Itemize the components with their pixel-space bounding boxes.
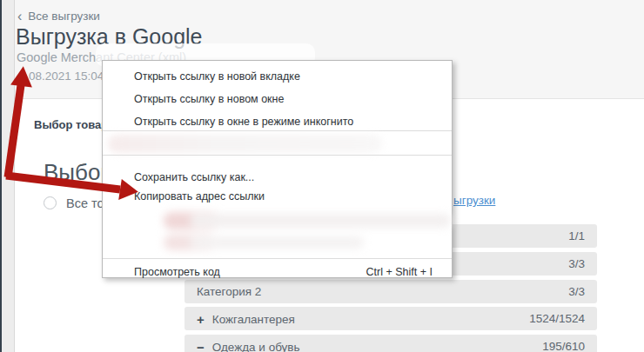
collapse-minus-icon[interactable]: − [197,340,205,352]
menu-item-open-incognito[interactable]: Открыть ссылку в окне в режиме инкогнито [134,116,353,128]
collapsed-sidebar-strip [2,0,15,352]
menu-shortcut-label: Ctrl + Shift + I [366,266,433,278]
menu-item-copy-link-address[interactable]: Копировать адрес ссылки [134,190,265,203]
context-menu: Открыть ссылку в новой вкладке Открыть с… [102,60,453,278]
table-row[interactable]: −Одежда и обувь 195/610 [184,335,597,352]
breadcrumb-label: Все выгрузки [28,10,100,23]
row-count: 3/3 [568,257,585,270]
row-count: 1524/1524 [529,312,585,325]
feed-url-link[interactable]: ыгрузки [453,194,495,207]
redacted-blob [190,214,451,228]
back-chevron-icon: ‹ [17,9,22,23]
row-count: 195/610 [542,340,585,352]
table-row[interactable]: +Кожгалантерея 1524/1524 [184,307,597,330]
redacted-menu-item[interactable] [108,135,382,153]
radio-button-icon[interactable] [44,196,57,209]
menu-item-open-new-tab[interactable]: Открыть ссылку в новой вкладке [134,70,300,83]
row-count: 3/3 [568,285,585,298]
breadcrumb-back-link[interactable]: ‹Все выгрузки [17,9,100,24]
expand-plus-icon[interactable]: + [197,312,205,327]
menu-separator [103,130,452,131]
row-label: Одежда и обувь [212,341,300,352]
redacted-menu-block[interactable] [155,210,468,256]
row-label: Кожгалантерея [212,313,295,326]
row-label: Категория 2 [197,285,261,298]
export-date: 08.2021 15:04 [29,70,104,83]
menu-separator [103,155,452,156]
table-row[interactable]: Категория 2 3/3 [184,280,597,303]
app-window: ‹Все выгрузки Выгрузка в Google Google M… [0,0,644,352]
menu-item-open-new-window[interactable]: Открыть ссылку в новом окне [134,93,284,105]
redacted-blob [190,236,364,249]
menu-item-inspect[interactable]: Просмотреть код [134,266,220,278]
row-count: 1/1 [568,229,585,242]
menu-item-save-link-as[interactable]: Сохранить ссылку как... [134,171,254,183]
menu-separator [103,258,452,259]
